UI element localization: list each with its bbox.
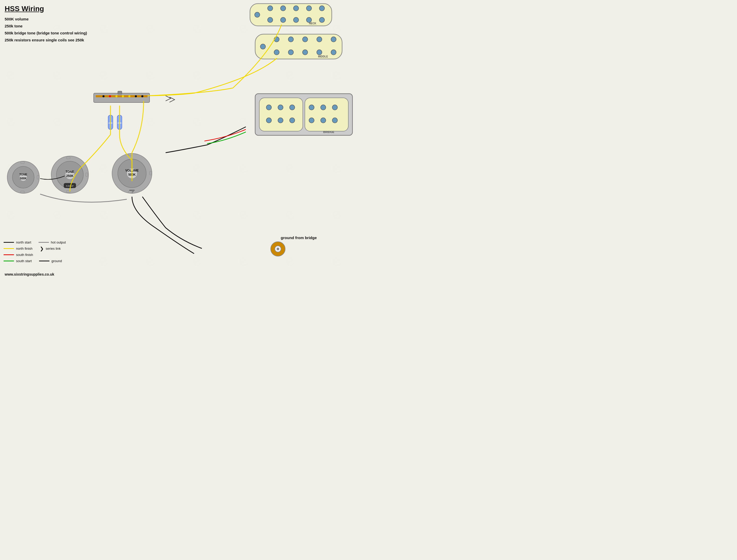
svg-point-17 xyxy=(274,37,279,42)
pot-volume: VOLUME 500K xyxy=(111,153,153,194)
svg-point-35 xyxy=(278,118,283,123)
page-title: HSS Wiring xyxy=(5,5,44,13)
5way-switch xyxy=(93,91,150,106)
svg-point-51 xyxy=(135,95,137,97)
svg-point-31 xyxy=(266,105,271,110)
svg-point-23 xyxy=(288,50,293,55)
svg-text:0.022uF: 0.022uF xyxy=(66,185,73,187)
svg-text:BRIDGE: BRIDGE xyxy=(323,130,334,134)
svg-point-19 xyxy=(303,37,308,42)
legend-gray-line xyxy=(39,242,49,243)
pickup-middle: MIDDLE xyxy=(255,34,343,60)
svg-rect-53 xyxy=(118,91,122,94)
svg-text:MIDDLE: MIDDLE xyxy=(318,55,328,58)
pickup-bridge: BRIDGE xyxy=(255,93,353,135)
svg-point-12 xyxy=(306,17,312,23)
svg-text:500K: 500K xyxy=(20,177,27,180)
svg-text:TONE: TONE xyxy=(19,173,27,176)
legend-red-line xyxy=(4,254,14,255)
svg-rect-69 xyxy=(37,175,39,179)
svg-rect-15 xyxy=(255,34,342,59)
resistor-2: 470K xyxy=(116,111,123,136)
website-label: www.sixstringsupplies.co.uk xyxy=(5,272,54,276)
svg-point-13 xyxy=(319,17,325,23)
pot-tone1: TONE 500K xyxy=(6,160,40,194)
svg-point-38 xyxy=(321,105,326,110)
svg-rect-44 xyxy=(94,93,150,102)
svg-rect-75 xyxy=(67,190,70,193)
svg-rect-29 xyxy=(259,98,303,131)
svg-point-36 xyxy=(290,118,295,123)
resistor-1: 470K xyxy=(107,111,114,136)
svg-point-46 xyxy=(102,95,105,97)
svg-point-39 xyxy=(332,105,337,110)
svg-point-3 xyxy=(255,12,260,17)
svg-point-50 xyxy=(128,95,130,97)
svg-point-20 xyxy=(317,37,322,42)
legend-black-line xyxy=(4,242,14,243)
svg-point-6 xyxy=(293,6,299,11)
ground-from-bridge-label: ground from bridge xyxy=(281,235,317,240)
svg-point-32 xyxy=(278,105,283,110)
svg-point-16 xyxy=(260,44,266,49)
svg-text:VOLUME: VOLUME xyxy=(125,169,138,172)
legend-yellow-line xyxy=(4,248,14,249)
svg-point-7 xyxy=(306,6,312,11)
svg-point-9 xyxy=(268,17,273,23)
svg-point-22 xyxy=(274,50,279,55)
svg-point-11 xyxy=(293,17,299,23)
page-container: e HSS Wiring 500K volume 250k tone 500k … xyxy=(0,0,369,280)
pot-tone2: TONE 250K 0.022uF xyxy=(50,155,89,194)
svg-point-24 xyxy=(303,50,308,55)
svg-text:TONE: TONE xyxy=(65,170,74,174)
legend-green-line xyxy=(4,261,14,261)
pickup-neck: NECK xyxy=(249,3,332,26)
svg-rect-88 xyxy=(128,191,132,193)
svg-text:250K: 250K xyxy=(66,174,74,178)
svg-point-21 xyxy=(331,37,336,42)
svg-rect-89 xyxy=(128,154,132,156)
svg-text:NECK: NECK xyxy=(309,22,316,25)
svg-rect-77 xyxy=(86,173,88,176)
legend: north start hot output north finish ❯ se… xyxy=(4,240,102,264)
svg-rect-67 xyxy=(21,191,24,193)
svg-point-18 xyxy=(288,37,293,42)
svg-point-40 xyxy=(309,118,314,123)
svg-point-93 xyxy=(277,248,279,250)
svg-point-34 xyxy=(266,118,271,123)
svg-point-26 xyxy=(331,50,336,55)
svg-text:500K: 500K xyxy=(128,173,136,176)
output-jack xyxy=(270,241,286,257)
svg-point-47 xyxy=(109,95,111,97)
svg-point-37 xyxy=(309,105,314,110)
svg-rect-30 xyxy=(305,98,348,131)
svg-point-5 xyxy=(281,6,286,11)
svg-point-52 xyxy=(141,95,143,97)
svg-point-25 xyxy=(317,50,322,55)
svg-point-48 xyxy=(115,95,117,97)
svg-point-33 xyxy=(290,105,295,110)
svg-point-8 xyxy=(319,6,325,11)
svg-point-41 xyxy=(321,118,326,123)
svg-point-49 xyxy=(122,95,124,97)
svg-point-42 xyxy=(332,118,337,123)
svg-point-4 xyxy=(268,6,273,11)
svg-text:470K: 470K xyxy=(108,122,113,124)
svg-text:470K: 470K xyxy=(117,122,122,124)
legend-black-line-2 xyxy=(39,261,49,261)
info-text: 500K volume 250k tone 500k bridge tone (… xyxy=(5,16,87,43)
svg-rect-90 xyxy=(150,171,152,175)
svg-rect-76 xyxy=(67,157,70,159)
svg-point-10 xyxy=(281,17,286,23)
svg-rect-68 xyxy=(21,161,24,164)
